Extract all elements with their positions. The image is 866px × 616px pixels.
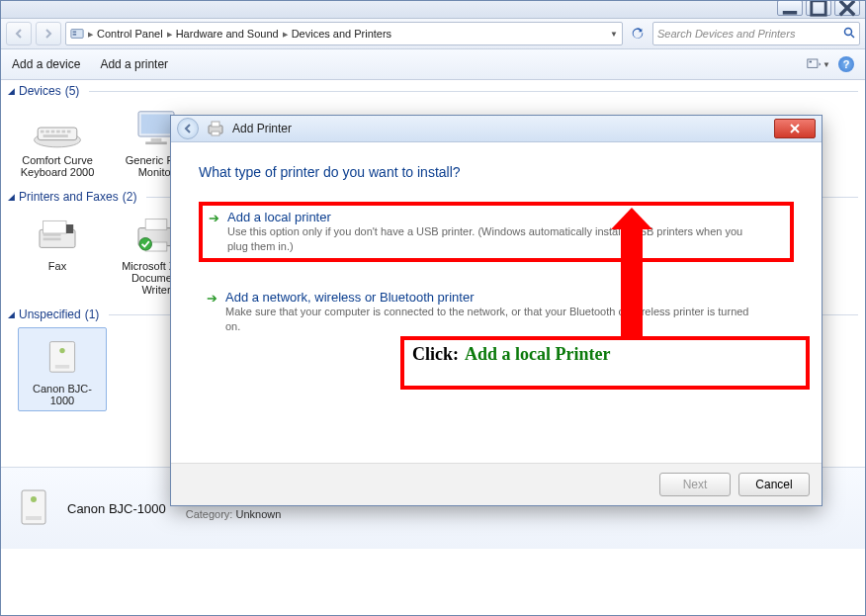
- device-keyboard[interactable]: Comfort Curve Keyboard 2000: [18, 104, 97, 178]
- group-unspecified-label: Unspecified: [19, 308, 81, 321]
- device-keyboard-label: Comfort Curve Keyboard 2000: [18, 154, 97, 178]
- back-button[interactable]: [6, 22, 32, 45]
- svg-rect-17: [62, 131, 66, 133]
- svg-rect-27: [43, 233, 61, 236]
- option-add-local-printer[interactable]: ➔ Add a local printer Use this option on…: [199, 202, 794, 262]
- add-device-button[interactable]: Add a device: [12, 57, 80, 71]
- window-titlebar: [0, 0, 866, 19]
- annotation-arrow: [621, 227, 643, 346]
- details-name: Canon BJC-1000: [67, 501, 166, 516]
- group-printers-count: (2): [123, 190, 137, 204]
- collapse-icon: ◢: [8, 309, 15, 319]
- svg-rect-1: [812, 1, 825, 15]
- svg-rect-18: [67, 131, 71, 133]
- svg-point-7: [845, 29, 852, 36]
- collapse-icon: ◢: [8, 86, 15, 96]
- breadcrumb-seg-3[interactable]: Devices and Printers: [292, 28, 392, 40]
- svg-point-37: [31, 496, 37, 502]
- svg-rect-13: [41, 131, 44, 133]
- group-devices-header[interactable]: ◢ Devices (5): [0, 80, 866, 100]
- svg-rect-9: [808, 59, 818, 67]
- breadcrumb[interactable]: Control Panel Hardware and Sound Devices…: [65, 22, 623, 45]
- group-devices-count: (5): [65, 84, 80, 98]
- add-printer-button[interactable]: Add a printer: [100, 57, 168, 71]
- svg-rect-22: [151, 138, 162, 142]
- group-unspecified-count: (1): [85, 308, 100, 321]
- arrow-icon: ➔: [209, 210, 219, 254]
- svg-rect-35: [55, 365, 69, 369]
- svg-line-8: [851, 35, 854, 38]
- svg-point-32: [139, 238, 152, 251]
- svg-rect-15: [51, 131, 55, 133]
- details-device-icon: [10, 484, 57, 532]
- group-printers-label: Printers and Faxes: [19, 190, 119, 204]
- svg-rect-6: [73, 34, 77, 36]
- cancel-button[interactable]: Cancel: [738, 473, 810, 496]
- svg-rect-10: [810, 61, 813, 63]
- dialog-heading: What type of printer do you want to inst…: [199, 164, 794, 180]
- unknown-device-icon: [33, 332, 92, 380]
- dialog-title: Add Printer: [232, 122, 292, 135]
- option-local-desc: Use this option only if you don't have a…: [227, 224, 761, 254]
- breadcrumb-separator: [281, 29, 290, 39]
- option-add-network-printer[interactable]: ➔ Add a network, wireless or Bluetooth p…: [199, 284, 794, 340]
- printer-fax[interactable]: Fax: [18, 210, 97, 296]
- svg-rect-28: [43, 238, 61, 241]
- details-category-value: Unknown: [236, 508, 282, 520]
- callout-action: Add a local Printer: [465, 344, 610, 365]
- printer-fax-label: Fax: [18, 260, 97, 272]
- svg-rect-40: [212, 122, 219, 127]
- search-icon: [843, 27, 855, 41]
- view-options-button[interactable]: ▼: [807, 54, 830, 74]
- breadcrumb-seg-1[interactable]: Control Panel: [97, 28, 163, 40]
- breadcrumb-dropdown-icon[interactable]: ▼: [610, 30, 618, 39]
- breadcrumb-seg-2[interactable]: Hardware and Sound: [176, 28, 279, 40]
- window-controls: [777, 0, 860, 16]
- svg-rect-21: [141, 115, 172, 134]
- dialog-button-row: Next Cancel: [171, 463, 822, 505]
- dialog-close-button[interactable]: [774, 119, 816, 138]
- add-printer-dialog: Add Printer What type of printer do you …: [170, 115, 823, 506]
- close-button[interactable]: [834, 0, 860, 16]
- unspecified-bjc-label: Canon BJC-1000: [23, 383, 102, 406]
- forward-button[interactable]: [36, 22, 61, 45]
- collapse-icon: ◢: [8, 192, 15, 202]
- control-panel-icon: [70, 27, 84, 41]
- address-bar: Control Panel Hardware and Sound Devices…: [0, 19, 866, 49]
- option-local-title: Add a local printer: [227, 210, 761, 224]
- dialog-titlebar: Add Printer: [171, 116, 822, 142]
- minimize-button[interactable]: [777, 0, 803, 16]
- arrow-icon: ➔: [207, 290, 217, 334]
- fax-icon: [28, 210, 87, 257]
- dialog-back-button[interactable]: [177, 118, 199, 139]
- breadcrumb-separator: [86, 29, 95, 39]
- svg-rect-12: [38, 128, 77, 140]
- command-bar: Add a device Add a printer ▼ ?: [0, 49, 866, 80]
- svg-point-34: [59, 348, 64, 353]
- svg-rect-5: [73, 31, 77, 33]
- annotation-callout: Click: Add a local Printer: [400, 336, 810, 390]
- refresh-button[interactable]: [627, 23, 649, 44]
- svg-rect-30: [145, 220, 167, 230]
- search-placeholder: Search Devices and Printers: [657, 28, 795, 40]
- help-icon[interactable]: ?: [838, 56, 854, 72]
- svg-rect-25: [43, 220, 66, 233]
- option-network-desc: Make sure that your computer is connecte…: [225, 305, 759, 334]
- dialog-body: What type of printer do you want to inst…: [171, 142, 822, 486]
- svg-rect-14: [45, 131, 49, 133]
- breadcrumb-separator: [165, 29, 174, 39]
- search-input[interactable]: Search Devices and Printers: [652, 22, 860, 45]
- group-devices-label: Devices: [19, 84, 61, 98]
- maximize-button[interactable]: [806, 0, 831, 16]
- svg-rect-41: [212, 132, 219, 135]
- svg-rect-23: [145, 141, 167, 144]
- next-button[interactable]: Next: [659, 473, 731, 496]
- details-category-label: Category:: [186, 508, 233, 520]
- svg-rect-16: [56, 131, 60, 133]
- svg-rect-26: [66, 224, 73, 233]
- callout-label: Click:: [412, 344, 459, 365]
- keyboard-icon: [28, 104, 87, 151]
- option-network-title: Add a network, wireless or Bluetooth pri…: [225, 290, 759, 305]
- unspecified-bjc[interactable]: Canon BJC-1000: [18, 327, 107, 411]
- svg-rect-19: [43, 134, 68, 137]
